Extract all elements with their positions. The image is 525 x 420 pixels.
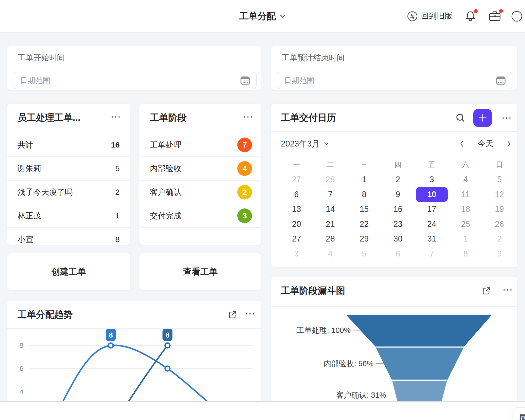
more-menu-icon[interactable] — [246, 313, 254, 314]
view-workorder-button[interactable]: 查看工单 — [139, 253, 261, 290]
more-menu-icon[interactable] — [244, 116, 252, 118]
calendar-day[interactable]: 6 — [381, 246, 415, 261]
calendar-day[interactable]: 27 — [280, 232, 313, 246]
calendar-day[interactable]: 2 — [482, 232, 516, 246]
notifications-button[interactable] — [465, 10, 476, 22]
calendar-day[interactable]: 8 — [347, 187, 381, 202]
funnel-segment-3[interactable] — [392, 381, 447, 401]
calendar-day[interactable]: 7 — [415, 246, 449, 261]
top-bar-actions: 回到旧版 — [407, 0, 520, 32]
data-point-marker[interactable] — [165, 366, 170, 371]
calendar-icon — [240, 76, 250, 85]
end-date-range-input[interactable]: 日期范围 — [277, 72, 512, 89]
employee-row[interactable]: 谢朱莉5 — [7, 157, 130, 181]
export-icon[interactable] — [482, 286, 491, 296]
trend-line-series-2 — [128, 345, 167, 401]
avatar-circle-icon — [511, 10, 523, 22]
calendar-day[interactable]: 2 — [381, 172, 415, 187]
stage-row[interactable]: 交付完成3 — [139, 204, 261, 228]
calendar-day[interactable]: 17 — [415, 202, 449, 217]
create-workorder-label: 创建工单 — [51, 266, 86, 278]
workbench-button[interactable] — [488, 10, 501, 22]
more-menu-icon[interactable] — [503, 289, 512, 291]
end-date-placeholder: 日期范围 — [284, 75, 496, 86]
employee-row[interactable]: 林正茂1 — [7, 204, 130, 228]
calendar-day[interactable]: 20 — [280, 217, 313, 232]
employee-row[interactable]: 共计16 — [7, 133, 130, 157]
calendar-day[interactable]: 4 — [313, 246, 347, 261]
calendar-day[interactable]: 14 — [313, 202, 347, 217]
calendar-day-selected[interactable]: 10 — [415, 187, 449, 202]
more-menu-icon[interactable] — [112, 116, 120, 118]
data-point-marker[interactable] — [165, 343, 170, 348]
calendar-day[interactable]: 13 — [280, 202, 313, 217]
calendar-day[interactable]: 22 — [347, 217, 381, 232]
calendar-day[interactable]: 15 — [347, 202, 381, 217]
today-button[interactable]: 今天 — [477, 138, 493, 149]
point-label-2: 8 — [162, 329, 172, 341]
calendar-day[interactable]: 21 — [313, 217, 347, 232]
calendar-day[interactable]: 28 — [313, 232, 347, 246]
calendar-day[interactable]: 1 — [347, 172, 381, 187]
export-icon[interactable] — [228, 310, 237, 319]
search-icon[interactable] — [455, 113, 465, 123]
svg-text:8: 8 — [165, 331, 170, 339]
funnel-segment-1[interactable] — [346, 315, 492, 346]
stage-name: 客户确认 — [150, 187, 237, 198]
calendar-day[interactable]: 23 — [381, 217, 415, 232]
data-point-marker[interactable] — [108, 343, 113, 348]
calendar-day[interactable]: 9 — [482, 246, 516, 261]
calendar-day[interactable]: 3 — [415, 172, 449, 187]
calendar-day[interactable]: 30 — [381, 232, 415, 246]
calendar-day[interactable]: 18 — [449, 202, 482, 217]
funnel-label-2: 内部验收: 56% — [324, 359, 374, 368]
calendar-day[interactable]: 26 — [482, 217, 516, 232]
calendar-day[interactable]: 27 — [280, 172, 313, 187]
chevron-right-icon[interactable] — [507, 140, 511, 147]
view-workorder-label: 查看工单 — [183, 266, 218, 278]
page-title: 工单分配 — [239, 10, 276, 22]
calendar-day[interactable]: 9 — [381, 187, 415, 202]
calendar-day[interactable]: 5 — [482, 172, 516, 187]
employee-row[interactable]: 小宣8 — [7, 228, 130, 245]
employee-count: 8 — [115, 235, 120, 244]
calendar-card-title: 工单交付日历 — [281, 112, 336, 124]
calendar-day[interactable]: 12 — [482, 187, 516, 202]
stage-list: 工单处理7内部验收4客户确认2交付完成3 — [139, 133, 261, 228]
month-selector[interactable]: 2023年3月 — [281, 138, 329, 149]
calendar-day[interactable]: 25 — [449, 217, 482, 232]
calendar-day[interactable]: 4 — [449, 172, 482, 187]
employee-count: 16 — [111, 140, 120, 149]
stage-row[interactable]: 工单处理7 — [139, 133, 261, 157]
employee-row[interactable]: 浅子今天瘦了吗2 — [7, 181, 130, 204]
chevron-left-icon[interactable] — [460, 140, 464, 147]
calendar-day[interactable]: 24 — [415, 217, 449, 232]
stage-row[interactable]: 客户确认2 — [139, 181, 261, 204]
show-toggle-button[interactable]: 显 — [513, 407, 525, 420]
start-date-range-input[interactable]: 日期范围 — [13, 72, 257, 89]
calendar-day[interactable]: 11 — [449, 187, 482, 202]
calendar-day[interactable]: 7 — [313, 187, 347, 202]
funnel-segment-2[interactable] — [376, 348, 464, 380]
calendar-day[interactable]: 16 — [381, 202, 415, 217]
back-to-old-version-button[interactable]: 回到旧版 — [407, 11, 453, 22]
create-workorder-button[interactable]: 创建工单 — [7, 253, 130, 290]
stage-row[interactable]: 内部验收4 — [139, 157, 261, 181]
calendar-day[interactable]: 5 — [347, 246, 381, 261]
stage-name: 内部验收 — [150, 163, 237, 174]
filter-card-end-time: 工单预计结束时间 日期范围 — [271, 46, 517, 90]
profile-button[interactable] — [513, 10, 520, 22]
calendar-day[interactable]: 31 — [415, 232, 449, 246]
stage-count-badge: 3 — [237, 208, 252, 223]
calendar-day[interactable]: 8 — [449, 246, 482, 261]
calendar-day[interactable]: 3 — [280, 246, 313, 261]
calendar-day[interactable]: 19 — [482, 202, 516, 217]
calendar-day[interactable]: 29 — [347, 232, 381, 246]
dashboard-page: 工单分配 回到旧版 — [0, 0, 525, 420]
more-menu-icon[interactable] — [502, 117, 511, 119]
add-event-button[interactable] — [473, 109, 492, 127]
calendar-day[interactable]: 1 — [449, 232, 482, 246]
employee-name: 共计 — [18, 140, 111, 150]
calendar-day[interactable]: 6 — [280, 187, 313, 202]
calendar-day[interactable]: 28 — [313, 172, 347, 187]
